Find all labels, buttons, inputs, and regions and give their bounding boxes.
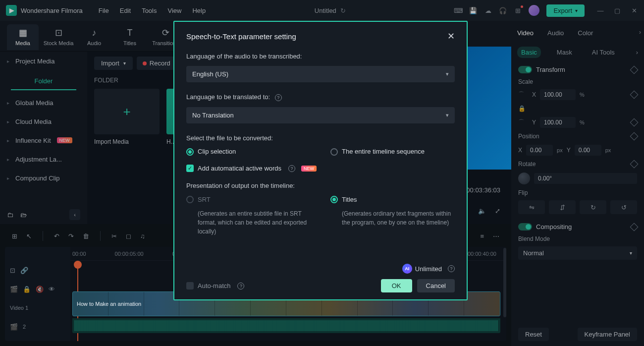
video-clip-title: How to Make an animation <box>77 301 141 307</box>
translate-select[interactable]: No Translation ▾ <box>186 107 455 123</box>
radio-icon <box>330 196 338 203</box>
select-file-label: Select the file to be converted: <box>186 134 455 142</box>
presentation-label: Presentation of output on the timeline: <box>186 182 455 189</box>
radio-icon <box>186 196 194 203</box>
modal-title: Speech-to-Text parameter setting <box>186 32 296 41</box>
language-label: Language of the audio to be transcribed: <box>186 53 455 60</box>
radio-titles[interactable]: Titles (Generates ordinary text fragment… <box>330 195 455 227</box>
translate-label-text: Language to be translated to: <box>186 93 270 101</box>
auto-match-label: Auto-match <box>198 282 230 289</box>
language-value: English (US) <box>192 70 228 78</box>
auto-active-words-checkbox[interactable]: ✓ Add automatical active words ? NEW <box>186 165 455 172</box>
titles-description: (Generates ordinary text fragments withi… <box>342 209 455 227</box>
radio-clip-label: Clip selection <box>198 148 236 155</box>
ok-label: OK <box>392 282 401 289</box>
help-icon[interactable]: ? <box>288 165 295 172</box>
chevron-down-icon: ▾ <box>446 112 449 118</box>
checkbox-icon: ✓ <box>186 282 194 289</box>
ai-badge-icon: AI <box>402 264 412 274</box>
checkbox-icon: ✓ <box>186 165 194 172</box>
radio-srt[interactable]: SRT (Generates an entire subtitle file i… <box>186 195 311 236</box>
radio-clip-selection[interactable]: Clip selection <box>186 148 311 156</box>
new-badge: NEW <box>301 166 317 172</box>
translate-label: Language to be translated to: ? <box>186 93 455 101</box>
titles-title: Titles <box>342 196 357 203</box>
language-select[interactable]: English (US) ▾ <box>186 66 455 82</box>
speech-to-text-modal: Speech-to-Text parameter setting ✕ Langu… <box>173 21 468 300</box>
chevron-down-icon: ▾ <box>446 71 449 77</box>
auto-words-label: Add automatical active words <box>198 165 281 172</box>
modal-close-button[interactable]: ✕ <box>447 31 455 42</box>
unlimited-indicator: AI Unlimited ? <box>402 264 455 274</box>
help-icon[interactable]: ? <box>275 94 282 101</box>
ok-button[interactable]: OK <box>381 279 412 292</box>
radio-timeline-label: The entire timeline sequence <box>342 148 425 155</box>
cancel-label: Cancel <box>426 282 446 289</box>
help-icon[interactable]: ? <box>448 265 455 272</box>
radio-timeline-sequence[interactable]: The entire timeline sequence <box>330 148 455 156</box>
unlimited-label: Unlimited <box>415 265 442 273</box>
radio-icon <box>330 148 338 156</box>
translate-value: No Translation <box>192 112 234 119</box>
radio-icon <box>186 148 194 156</box>
help-icon[interactable]: ? <box>237 283 244 289</box>
srt-description: (Generates an entire subtitle file in SR… <box>198 209 311 236</box>
auto-match-checkbox[interactable]: ✓ Auto-match ? <box>186 282 244 289</box>
cancel-button[interactable]: Cancel <box>417 279 455 292</box>
srt-title: SRT <box>198 196 211 203</box>
